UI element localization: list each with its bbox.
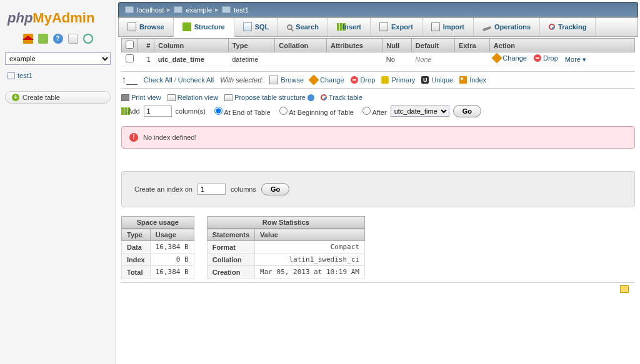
tab-browse[interactable]: Browse bbox=[119, 17, 174, 36]
warning-box: ! No index defined! bbox=[121, 126, 635, 149]
insert-icon bbox=[121, 107, 124, 115]
relation-view-link[interactable]: Relation view bbox=[168, 94, 218, 101]
table-icon bbox=[8, 72, 15, 79]
stats-row: Space usage TypeUsage Data16,384 B Index… bbox=[121, 216, 635, 278]
create-table-label: Create table bbox=[22, 94, 60, 101]
help-icon[interactable] bbox=[308, 94, 314, 101]
more-dropdown[interactable]: More ▾ bbox=[565, 56, 586, 64]
tab-structure[interactable]: Structure bbox=[174, 17, 234, 37]
track-table-link[interactable]: Track table bbox=[321, 94, 362, 101]
logo-php: php bbox=[8, 10, 32, 26]
row-statistics-table: Row Statistics StatementsValue FormatCom… bbox=[207, 216, 365, 278]
row-checkbox[interactable] bbox=[126, 54, 134, 62]
logout-icon[interactable] bbox=[38, 34, 48, 44]
col-header-collation[interactable]: Collation bbox=[275, 39, 327, 52]
bulk-change[interactable]: Change bbox=[310, 76, 344, 84]
relation-icon bbox=[168, 94, 176, 101]
tab-export[interactable]: Export bbox=[371, 17, 422, 36]
sidebar: phpMyAdmin ? example test1 + Create tabl… bbox=[0, 0, 116, 364]
space-header-type: Type bbox=[122, 229, 151, 241]
table-row: 1 utc_date_time datetime No None Change … bbox=[122, 52, 635, 66]
index-icon bbox=[459, 76, 467, 84]
breadcrumb-db[interactable]: example bbox=[186, 6, 212, 14]
tab-insert[interactable]: Insert bbox=[328, 17, 371, 36]
add-label: Add bbox=[128, 107, 140, 115]
row-collation bbox=[275, 52, 327, 66]
breadcrumb-host[interactable]: localhost bbox=[137, 6, 164, 14]
col-header-column[interactable]: Column bbox=[154, 39, 228, 52]
index-columns-input[interactable] bbox=[198, 184, 226, 195]
arrow-up-icon: ↑__ bbox=[121, 74, 138, 86]
pencil-icon bbox=[492, 53, 502, 64]
row-column-name: utc_date_time bbox=[154, 52, 228, 66]
help-icon[interactable]: ? bbox=[53, 34, 63, 44]
bulk-index[interactable]: Index bbox=[459, 76, 486, 84]
columns-label: column(s) bbox=[176, 107, 206, 115]
drop-icon bbox=[534, 54, 541, 62]
check-all-link[interactable]: Check All bbox=[144, 76, 172, 84]
bulk-drop[interactable]: Drop bbox=[351, 76, 376, 84]
bookmark-icon[interactable] bbox=[620, 285, 629, 293]
warning-text: No index defined! bbox=[143, 134, 197, 141]
bulk-browse[interactable]: Browse bbox=[269, 76, 304, 84]
server-icon bbox=[125, 6, 134, 13]
structure-icon bbox=[182, 22, 191, 31]
breadcrumb-table[interactable]: test1 bbox=[234, 6, 249, 14]
sidebar-table-label: test1 bbox=[18, 72, 32, 79]
plus-icon: + bbox=[12, 94, 19, 101]
export-icon bbox=[379, 22, 388, 31]
tab-sql[interactable]: SQL bbox=[234, 17, 279, 36]
after-column-select[interactable]: utc_date_time bbox=[391, 106, 449, 117]
breadcrumb: localhost ▸ example ▸ test1 bbox=[118, 2, 638, 17]
reload-icon[interactable] bbox=[83, 34, 93, 44]
row-extra bbox=[455, 52, 490, 66]
print-view-link[interactable]: Print view bbox=[121, 94, 161, 101]
radio-at-end[interactable]: At End of Table bbox=[209, 107, 271, 116]
row-null: No bbox=[382, 52, 412, 66]
separator-icon: ▸ bbox=[167, 6, 171, 14]
query-window-icon[interactable] bbox=[68, 34, 78, 44]
database-select[interactable]: example bbox=[5, 52, 111, 65]
check-all-header[interactable] bbox=[126, 41, 134, 49]
col-header-default[interactable]: Default bbox=[411, 39, 454, 52]
col-header-type[interactable]: Type bbox=[228, 39, 275, 52]
tab-import[interactable]: Import bbox=[422, 17, 474, 36]
check-links: Check All / Uncheck All bbox=[144, 76, 214, 84]
row-actions-bar: ↑__ Check All / Uncheck All With selecte… bbox=[121, 71, 635, 89]
drop-link[interactable]: Drop bbox=[534, 54, 558, 62]
unique-icon: U bbox=[421, 76, 429, 84]
sidebar-toolbar: ? bbox=[5, 34, 111, 44]
propose-icon bbox=[224, 94, 232, 101]
warning-icon: ! bbox=[129, 133, 138, 142]
tab-search[interactable]: Search bbox=[278, 17, 328, 36]
col-header-null[interactable]: Null bbox=[382, 39, 412, 52]
create-table-button[interactable]: + Create table bbox=[5, 91, 111, 104]
col-header-action: Action bbox=[489, 39, 634, 52]
radio-after[interactable]: After bbox=[358, 107, 387, 116]
tab-bar: Browse Structure SQL Search Insert Expor… bbox=[118, 17, 638, 37]
main-pane: localhost ▸ example ▸ test1 Browse Struc… bbox=[116, 0, 640, 364]
add-count-input[interactable] bbox=[144, 106, 172, 117]
home-icon[interactable] bbox=[23, 34, 33, 44]
col-header-extra[interactable]: Extra bbox=[455, 39, 490, 52]
change-link[interactable]: Change bbox=[493, 54, 527, 62]
row-actions: Change Drop More ▾ bbox=[489, 52, 634, 66]
operations-icon bbox=[482, 26, 492, 31]
browse-icon bbox=[128, 22, 136, 31]
sidebar-table-item[interactable]: test1 bbox=[5, 70, 111, 81]
row-default: None bbox=[411, 52, 454, 66]
index-go-button[interactable]: Go bbox=[261, 183, 289, 195]
add-go-button[interactable]: Go bbox=[453, 105, 481, 117]
rowstats-header-statements: Statements bbox=[207, 229, 254, 241]
import-icon bbox=[431, 22, 440, 31]
tab-tracking[interactable]: Tracking bbox=[540, 17, 596, 36]
bulk-primary[interactable]: Primary bbox=[381, 76, 415, 84]
insert-icon bbox=[337, 23, 339, 31]
bulk-unique[interactable]: UUnique bbox=[421, 76, 453, 84]
propose-structure-link[interactable]: Propose table structure bbox=[224, 94, 314, 101]
radio-at-begin[interactable]: At Beginning of Table bbox=[274, 107, 354, 116]
uncheck-all-link[interactable]: Uncheck All bbox=[178, 76, 214, 84]
tab-operations[interactable]: Operations bbox=[474, 17, 540, 36]
print-icon bbox=[121, 94, 129, 101]
col-header-attributes[interactable]: Attributes bbox=[326, 39, 382, 52]
